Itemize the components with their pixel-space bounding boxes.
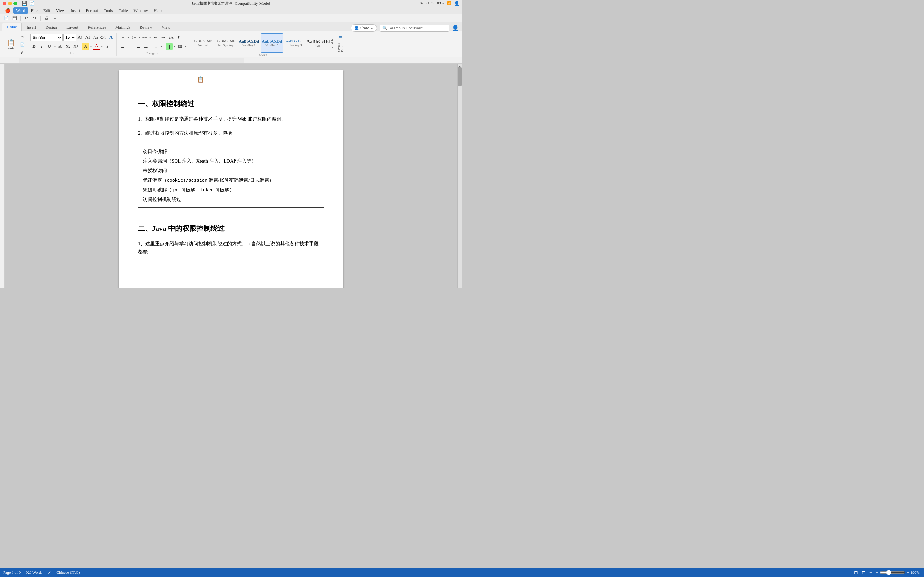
justify-button[interactable]: ☷ <box>142 43 150 50</box>
italic-button[interactable]: I <box>38 43 45 50</box>
change-case-button[interactable]: Aa <box>92 34 99 41</box>
strikethrough-button[interactable]: ab <box>57 43 64 50</box>
customize-button[interactable]: ⌄ <box>51 15 58 22</box>
styles-pane-icon: ≡ <box>339 34 342 41</box>
menu-window[interactable]: Window <box>131 7 150 14</box>
page-container[interactable]: 📋 一、权限控制绕过 1、权限控制绕过是指通过各种技术手段，提升 Web 账户权… <box>5 64 457 288</box>
style-heading3[interactable]: AaBbCcDdE Heading 3 <box>284 33 306 53</box>
quick-save-icon[interactable]: 💾 <box>22 1 27 6</box>
tab-mailings[interactable]: Mailings <box>111 23 135 31</box>
decrease-indent-button[interactable]: ⇤ <box>152 34 159 41</box>
down-chevron-icon: ▼ <box>331 41 334 45</box>
menu-help[interactable]: Help <box>151 7 164 14</box>
copy-button[interactable]: 📄 <box>19 41 26 48</box>
menu-file[interactable]: File <box>29 7 40 14</box>
save-button[interactable]: 💾 <box>11 15 18 22</box>
menu-word[interactable]: Word <box>13 7 28 14</box>
font-size-select[interactable]: 15 <box>63 34 76 41</box>
tab-home[interactable]: Home <box>2 23 22 31</box>
style-no-spacing[interactable]: AaBbCcDdE No Spacing <box>215 33 237 53</box>
shading-arrow[interactable]: ▼ <box>173 45 176 48</box>
box-item-1: 注入类漏洞（SQL 注入、Xpath 注入、LDAP 注入等） <box>143 156 319 166</box>
fontcolor-arrow[interactable]: ▼ <box>101 45 103 48</box>
menu-table[interactable]: Table <box>116 7 131 14</box>
scrollbar[interactable]: ▲ ▼ <box>457 64 462 288</box>
up-chevron-icon: ▲ <box>331 38 334 41</box>
menu-tools[interactable]: Tools <box>101 7 115 14</box>
style-normal[interactable]: AaBbCcDdE Normal <box>192 33 214 53</box>
subscript-button[interactable]: X₂ <box>65 43 71 50</box>
font-shrink-button[interactable]: A↓ <box>84 34 91 41</box>
underline-arrow[interactable]: ▼ <box>53 45 56 48</box>
tab-review[interactable]: Review <box>135 23 157 31</box>
tab-view[interactable]: View <box>157 23 175 31</box>
menu-edit[interactable]: Edit <box>41 7 53 14</box>
increase-indent-button[interactable]: ⇥ <box>160 34 167 41</box>
menu-format[interactable]: Format <box>83 7 100 14</box>
maximize-button[interactable] <box>13 2 17 5</box>
underline-button[interactable]: U <box>46 43 53 50</box>
style-heading1-preview: AaBbCcDd <box>239 39 259 44</box>
multilevel-list-button[interactable]: ≡≡ <box>141 34 148 41</box>
sql-underline: SQL <box>172 158 181 163</box>
borders-arrow[interactable]: ▼ <box>184 45 187 48</box>
tab-insert[interactable]: Insert <box>22 23 41 31</box>
toolbar-sep-1 <box>20 16 21 21</box>
linespace-arrow[interactable]: ▼ <box>160 45 163 48</box>
pilcrow-button[interactable]: ¶ <box>175 34 182 41</box>
shading-button[interactable]: ▐ <box>166 43 173 50</box>
scroll-up-arrow[interactable]: ▲ <box>457 64 462 68</box>
tab-design[interactable]: Design <box>41 23 61 31</box>
para-row2: ☰ ≡ ☰ ☷ ↕ ▼ ▐ ▼ ▦ ▼ <box>120 42 187 51</box>
style-heading2[interactable]: AaBbCcDd Heading 2 <box>261 33 283 53</box>
clear-format-button[interactable]: ⌫ <box>100 34 107 41</box>
styles-expand-button[interactable]: ▲ ▼ ⌄ <box>330 37 334 49</box>
close-button[interactable] <box>3 2 6 5</box>
account-icon[interactable]: 👤 <box>454 1 459 6</box>
text-effects-button[interactable]: A <box>107 34 115 41</box>
redo-button[interactable]: ↪ <box>31 15 38 22</box>
line-spacing-button[interactable]: ↕ <box>152 43 160 50</box>
numbering-button[interactable]: 1≡ <box>130 34 137 41</box>
tab-references[interactable]: References <box>83 23 111 31</box>
numbering-arrow[interactable]: ▼ <box>138 36 141 39</box>
bullets-arrow[interactable]: ▼ <box>127 36 129 39</box>
multilevel-arrow[interactable]: ▼ <box>149 36 152 39</box>
scroll-thumb[interactable] <box>458 67 462 86</box>
ribbon-tabs: Home Insert Design Layout References Mai… <box>0 23 462 31</box>
borders-button[interactable]: ▦ <box>176 43 184 50</box>
font-color-button[interactable]: A <box>93 43 100 50</box>
minimize-button[interactable] <box>8 2 12 5</box>
share-button[interactable]: 👤 Share ⌄ <box>351 24 377 32</box>
quick-toolbar-icon[interactable]: 📄 <box>29 1 35 6</box>
align-right-button[interactable]: ☰ <box>135 43 142 50</box>
bullets-button[interactable]: ≡ <box>120 34 126 41</box>
cut-button[interactable]: ✂ <box>19 33 26 40</box>
align-center-button[interactable]: ≡ <box>127 43 134 50</box>
new-doc-button[interactable]: 📄 <box>3 15 10 22</box>
style-normal-label: Normal <box>198 43 208 47</box>
highlight-color-button[interactable]: A <box>82 43 89 50</box>
styles-pane-button[interactable]: ≡ Styles Pane <box>334 33 346 53</box>
font-group-label: Font <box>31 52 115 55</box>
font-grow-button[interactable]: A↑ <box>77 34 84 41</box>
style-heading1[interactable]: AaBbCcDd Heading 1 <box>238 33 260 53</box>
format-painter-button[interactable]: 🖌 <box>19 49 26 56</box>
align-left-button[interactable]: ☰ <box>120 43 126 50</box>
style-title[interactable]: AaBbCcDd Title <box>307 33 330 53</box>
ruby-button[interactable]: 文 <box>104 43 111 50</box>
menu-view[interactable]: View <box>53 7 67 14</box>
bold-button[interactable]: B <box>31 43 37 50</box>
sort-button[interactable]: ↕A <box>168 34 174 41</box>
paste-button[interactable]: 📋 Paste <box>4 36 18 53</box>
font-name-select[interactable]: SimSun <box>31 34 63 41</box>
print-button[interactable]: 🖨 <box>43 15 50 22</box>
superscript-button[interactable]: X² <box>72 43 79 50</box>
tab-layout[interactable]: Layout <box>62 23 83 31</box>
menu-apple[interactable]: 🍎 <box>3 7 13 14</box>
search-input[interactable] <box>389 26 446 31</box>
highlight-arrow[interactable]: ▼ <box>90 45 92 48</box>
menu-insert[interactable]: Insert <box>68 7 83 14</box>
account-button[interactable]: 👤 <box>452 25 459 32</box>
undo-button[interactable]: ↩ <box>23 15 30 22</box>
